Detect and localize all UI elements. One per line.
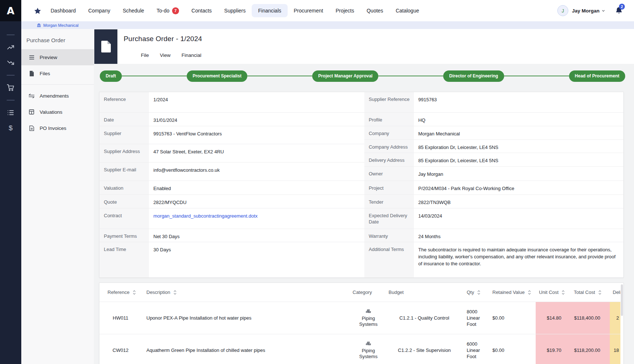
invoice-icon: [29, 125, 34, 131]
sort-icon: [528, 290, 531, 295]
po-details-card: Reference 1/2024 Date 31/01/2024 Supplie…: [99, 92, 624, 278]
detail-row-company-address: Company Address 85 Exploration Dr, Leice…: [364, 140, 623, 153]
line-item-row-2[interactable]: CW012 Aquatherm Green Pipe Installation …: [99, 334, 623, 364]
line-items-card: Reference Description Category Budget Qt…: [99, 283, 624, 364]
todo-count-badge: 7: [172, 7, 179, 14]
detail-row-lead-time: Lead Time 30 Days: [99, 242, 364, 277]
item-category: Piping Systems: [352, 302, 385, 334]
detail-row-additional-terms: Additional Terms The subcontractor is re…: [364, 242, 623, 277]
item-qty: 8000 Linear Foot: [464, 302, 492, 334]
col-header-qty[interactable]: Qty: [464, 290, 492, 295]
nav-item-financials[interactable]: Financials: [252, 4, 287, 17]
workflow-stepper: Draft Procurement Specialist Project Man…: [94, 64, 634, 88]
po-sidebar: Purchase Order Preview Files Amendments …: [21, 29, 94, 364]
dollar-icon[interactable]: $: [0, 120, 21, 136]
menu-file[interactable]: File: [141, 52, 149, 58]
nav-item-quotes[interactable]: Quotes: [360, 4, 389, 17]
item-budget: C1.2.1 - Quality Control: [385, 302, 464, 334]
trend-down-icon[interactable]: [0, 55, 21, 70]
col-header-unit-cost[interactable]: Unit Cost: [536, 290, 569, 295]
notifications-bell[interactable]: 2: [615, 6, 623, 15]
col-header-total-cost[interactable]: Total Cost: [569, 290, 610, 295]
table-grid-icon: [29, 109, 34, 114]
file-icon: [29, 71, 34, 76]
detail-row-reference: Reference 1/2024: [99, 92, 364, 113]
cart-icon[interactable]: [0, 80, 21, 95]
item-reference: CW012: [99, 334, 142, 364]
scrollbar-thumb[interactable]: [621, 284, 623, 316]
contract-link[interactable]: morgan_standard_subcontractingagreement.…: [149, 208, 364, 229]
col-header-description[interactable]: Description: [142, 290, 352, 295]
sidebar-item-preview[interactable]: Preview: [21, 49, 94, 65]
sidebar-item-files[interactable]: Files: [21, 65, 94, 81]
stage-director-of-engineering[interactable]: Director of Engineering: [443, 70, 504, 82]
avatar[interactable]: J: [557, 5, 568, 16]
page-header: Purchase Order - 1/2024 File View Financ…: [94, 29, 634, 64]
col-header-budget[interactable]: Budget: [385, 290, 464, 295]
detail-row-project: Project P/2024/M034 - Park Royal Co-Work…: [364, 181, 623, 195]
nav-item-company[interactable]: Company: [82, 4, 117, 17]
nav-item-projects[interactable]: Projects: [329, 4, 361, 17]
detail-row-warranty: Warranty 24 Months: [364, 229, 623, 243]
stage-head-of-procurement[interactable]: Head of Procurement: [569, 70, 625, 82]
sort-icon: [133, 290, 136, 295]
menu-financial[interactable]: Financial: [182, 52, 201, 58]
main-content: Purchase Order - 1/2024 File View Financ…: [94, 29, 634, 364]
sort-icon: [562, 290, 565, 295]
item-category: Piping Systems: [352, 334, 385, 364]
nav-item-schedule[interactable]: Schedule: [116, 4, 150, 17]
nav-item-catalogue[interactable]: Catalogue: [389, 4, 425, 17]
item-reference: HW011: [99, 302, 142, 334]
page-title: Purchase Order - 1/2024: [124, 35, 202, 43]
sidebar-item-po-invoices[interactable]: PO Invoices: [21, 120, 94, 136]
col-header-category[interactable]: Category: [352, 290, 385, 295]
menu-view[interactable]: View: [160, 52, 171, 58]
item-description: Aquatherm Green Pipe Installation of chi…: [142, 334, 352, 364]
stage-draft[interactable]: Draft: [100, 70, 122, 82]
logo-letter: A: [7, 5, 15, 17]
sidebar-item-amendments[interactable]: Amendments: [21, 88, 94, 104]
app-rail: A $: [0, 0, 21, 364]
stage-procurement-specialist[interactable]: Procurement Specialist: [187, 70, 247, 82]
favorites-star-icon[interactable]: [34, 7, 41, 15]
detail-row-supplier-email: Supplier E-mail info@ventflowcontractors…: [99, 163, 364, 181]
line-items-header: Reference Description Category Budget Qt…: [99, 283, 623, 302]
top-nav: Dashboard Company Schedule To-do 7 Conta…: [21, 0, 634, 21]
breadcrumb-company[interactable]: Morgan Mechanical: [43, 23, 79, 28]
item-description: Uponor PEX-A Pipe Installation of hot wa…: [142, 302, 352, 334]
trend-up-icon[interactable]: [0, 40, 21, 55]
app-logo[interactable]: A: [0, 0, 21, 21]
detail-row-profile: Profile HQ: [364, 113, 623, 126]
detail-row-date: Date 31/01/2024: [99, 113, 364, 126]
stage-project-manager-approval[interactable]: Project Manager Approval: [312, 70, 378, 82]
rail-divider: [7, 34, 15, 35]
col-header-reference[interactable]: Reference: [99, 290, 142, 295]
detail-row-expected-delivery-date: Expected Delivery Date 14/03/2024: [364, 208, 623, 229]
line-item-row-1[interactable]: HW011 Uponor PEX-A Pipe Installation of …: [99, 302, 623, 334]
sidebar-item-valuations[interactable]: Valuations: [21, 104, 94, 120]
nav-item-todo[interactable]: To-do 7: [150, 4, 185, 18]
detail-row-payment-terms: Payment Terms Net 30 Days: [99, 229, 364, 243]
table-scrollbar[interactable]: [620, 283, 623, 364]
sidebar-divider: [21, 84, 94, 85]
document-icon: [101, 41, 111, 52]
col-header-retained-value[interactable]: Retained Value: [492, 290, 536, 295]
nav-item-suppliers[interactable]: Suppliers: [218, 4, 252, 17]
item-budget: C1.2.2 - Site Supervision: [385, 334, 464, 364]
detail-row-contract: Contract morgan_standard_subcontractinga…: [99, 208, 364, 229]
item-total-cost: $118,200.00: [569, 334, 610, 364]
sort-icon: [598, 290, 601, 295]
chevron-down-icon: [601, 9, 605, 13]
nav-item-procurement[interactable]: Procurement: [288, 4, 329, 17]
list-icon[interactable]: [0, 105, 21, 120]
nav-item-dashboard[interactable]: Dashboard: [44, 4, 82, 17]
detail-row-owner: Owner Jay Morgan: [364, 167, 623, 181]
detail-row-valuation: Valuation Enabled: [99, 181, 364, 195]
user-menu[interactable]: Jay Morgan: [572, 8, 605, 14]
item-unit-cost: $19.70: [536, 334, 569, 364]
detail-row-company: Company Morgan Mechanical: [364, 126, 623, 140]
detail-row-quote: Quote 2822/MYQCDU: [99, 195, 364, 208]
nav-item-contacts[interactable]: Contacts: [185, 4, 218, 17]
bricks-icon: [365, 309, 372, 315]
bank-icon: [37, 23, 41, 28]
